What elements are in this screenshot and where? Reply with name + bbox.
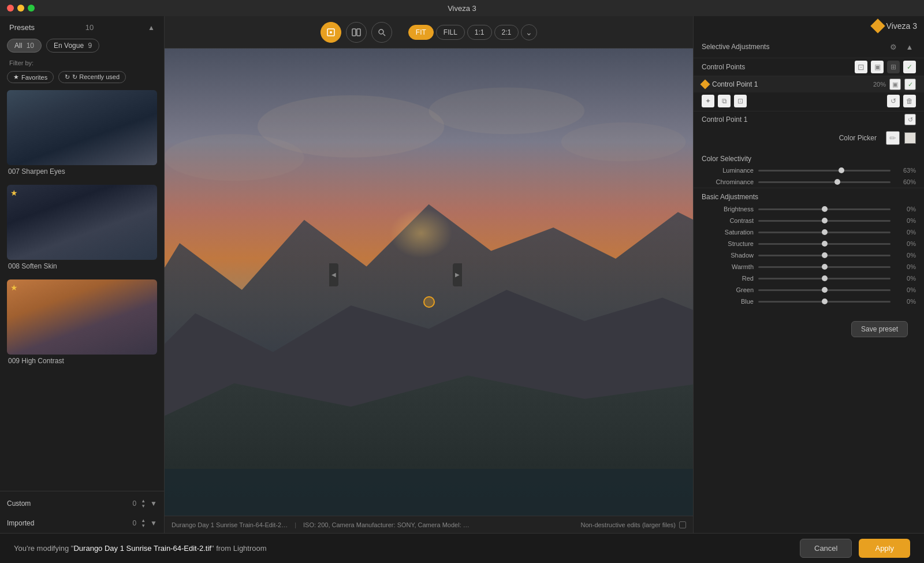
chrominance-label: Chrominance <box>702 178 754 185</box>
saturation-thumb[interactable] <box>822 229 828 235</box>
red-thumb[interactable] <box>822 275 828 281</box>
red-slider[interactable] <box>758 278 891 279</box>
list-item[interactable]: ★ 008 Soften Skin <box>7 185 157 273</box>
warmth-slider[interactable] <box>758 266 891 268</box>
control-point-1-copy-icon[interactable]: ⧉ <box>718 95 731 107</box>
traffic-lights <box>7 5 35 12</box>
favorites-filter-button[interactable]: ★ Favorites <box>7 71 54 83</box>
filter-buttons: ★ Favorites ↻ ↻ Recently used <box>0 69 164 88</box>
zoom-1to1-button[interactable]: 1:1 <box>467 25 492 40</box>
zoom-stepper-button[interactable]: ⌄ <box>521 24 537 40</box>
control-point-1-checkmark-button[interactable]: ✓ <box>904 79 916 90</box>
green-slider[interactable] <box>758 289 891 291</box>
selective-adjust-settings-button[interactable]: ⚙ <box>887 40 900 53</box>
chrominance-slider-row: Chrominance 60% <box>694 176 924 188</box>
control-point-1-square-icon[interactable]: ▣ <box>889 79 901 90</box>
close-button[interactable] <box>7 5 14 12</box>
custom-label: Custom <box>7 499 31 508</box>
save-preset-button[interactable]: Save preset <box>851 321 908 337</box>
control-points-label: Control Points <box>702 63 851 71</box>
cancel-button[interactable]: Cancel <box>800 539 852 558</box>
brightness-thumb[interactable] <box>822 206 828 212</box>
control-point-1-refresh-button[interactable]: ↺ <box>904 114 916 125</box>
minimize-button[interactable] <box>17 5 24 12</box>
list-item[interactable]: ★ 009 High Contrast <box>7 279 157 367</box>
contrast-thumb[interactable] <box>822 218 828 223</box>
luminance-thumb[interactable] <box>839 167 844 173</box>
svg-point-4 <box>379 29 383 34</box>
blue-thumb[interactable] <box>822 299 828 304</box>
structure-thumb[interactable] <box>822 241 828 247</box>
control-point-1-tools: ✦ ⧉ ⊡ ↺ 🗑 <box>694 92 924 111</box>
collapse-left-panel-button[interactable]: ◀ <box>329 263 338 286</box>
saturation-slider[interactable] <box>758 232 891 233</box>
structure-slider[interactable] <box>758 243 891 245</box>
loupe-tool-button[interactable] <box>371 22 392 43</box>
crop-tool-button[interactable] <box>321 22 341 43</box>
collapse-right-panel-button[interactable]: ▶ <box>453 263 462 286</box>
control-point-1-paint-icon[interactable]: ✦ <box>702 95 714 107</box>
list-item[interactable]: 007 Sharpen Eyes <box>7 90 157 178</box>
blue-slider-row: Blue 0% <box>694 296 924 307</box>
green-thumb[interactable] <box>822 287 828 293</box>
zoom-fit-button[interactable]: FIT <box>408 25 434 40</box>
control-point-square-icon[interactable]: ▣ <box>871 61 884 73</box>
eyedropper-button[interactable]: ✏ <box>886 131 900 145</box>
presets-chevron-icon[interactable]: ▲ <box>148 24 155 32</box>
contrast-slider[interactable] <box>758 220 891 222</box>
zoom-2to1-button[interactable]: 2:1 <box>494 25 519 40</box>
zoom-fill-button[interactable]: FILL <box>436 25 465 40</box>
shadow-slider[interactable] <box>758 255 891 256</box>
tab-all[interactable]: All 10 <box>7 39 42 53</box>
green-value: 0% <box>895 286 916 293</box>
chrominance-thumb[interactable] <box>834 179 840 185</box>
basic-adjustments-title: Basic Adjustments <box>702 193 758 201</box>
photo-canvas[interactable] <box>165 49 693 516</box>
control-point-1-duplicate-icon[interactable]: ⊡ <box>734 95 747 107</box>
chrominance-slider[interactable] <box>758 181 891 183</box>
custom-stepper[interactable]: ▲ ▼ <box>141 498 146 509</box>
brightness-label: Brightness <box>702 206 754 212</box>
blue-slider[interactable] <box>758 301 891 303</box>
luminance-slider[interactable] <box>758 170 891 171</box>
tab-en-vogue[interactable]: En Vogue 9 <box>46 39 99 53</box>
compare-tool-button[interactable] <box>346 22 367 43</box>
control-point-checkmark-button[interactable]: ✓ <box>903 61 916 73</box>
control-point-1-reset-icon[interactable]: ↺ <box>887 95 900 107</box>
section-divider <box>0 491 164 491</box>
brightness-slider[interactable] <box>758 208 891 210</box>
control-point-1-delete-icon[interactable]: 🗑 <box>903 95 916 107</box>
saturation-label: Saturation <box>702 229 754 236</box>
control-point-1[interactable] <box>423 296 435 308</box>
color-swatch[interactable] <box>904 132 916 144</box>
main-layout: Presets 10 ▲ All 10 En Vogue 9 Filter by… <box>0 16 924 533</box>
custom-count: 0 <box>133 499 137 508</box>
center-panel: FIT FILL 1:1 2:1 ⌄ <box>165 16 693 533</box>
canvas-status-bar: Durango Day 1 Sunrise Train-64-Edit-2… |… <box>165 516 693 533</box>
red-slider-row: Red 0% <box>694 273 924 284</box>
contrast-value: 0% <box>895 217 916 224</box>
canvas-filename: Durango Day 1 Sunrise Train-64-Edit-2… <box>172 521 288 528</box>
crop-icon <box>326 28 336 37</box>
warmth-thumb[interactable] <box>822 264 828 270</box>
apply-button[interactable]: Apply <box>859 539 910 558</box>
control-point-dotted-icon[interactable]: ⊡ <box>855 61 867 73</box>
color-selectivity-row: Color Selectivity <box>694 151 924 165</box>
preset-tabs: All 10 En Vogue 9 <box>0 36 164 57</box>
recently-used-filter-button[interactable]: ↻ ↻ Recently used <box>58 71 126 83</box>
selective-adjust-chevron-button[interactable]: ▲ <box>903 40 916 53</box>
maximize-button[interactable] <box>28 5 35 12</box>
shadow-thumb[interactable] <box>822 252 828 258</box>
clock-icon: ↻ <box>65 73 70 81</box>
non-destructive-checkbox[interactable] <box>679 521 686 528</box>
control-point-add-button[interactable]: ⊞ <box>887 61 900 73</box>
right-panel-header: Viveza 3 <box>694 16 924 36</box>
control-point-diamond-icon <box>701 80 710 90</box>
imported-section[interactable]: Imported 0 ▲ ▼ ▼ <box>0 513 164 533</box>
imported-stepper[interactable]: ▲ ▼ <box>141 518 146 528</box>
preset-name-007: 007 Sharpen Eyes <box>7 165 157 178</box>
toolbar: FIT FILL 1:1 2:1 ⌄ <box>165 16 693 49</box>
custom-section[interactable]: Custom 0 ▲ ▼ ▼ <box>0 494 164 513</box>
imported-count: 0 <box>133 519 137 527</box>
shadow-slider-row: Shadow 0% <box>694 249 924 261</box>
